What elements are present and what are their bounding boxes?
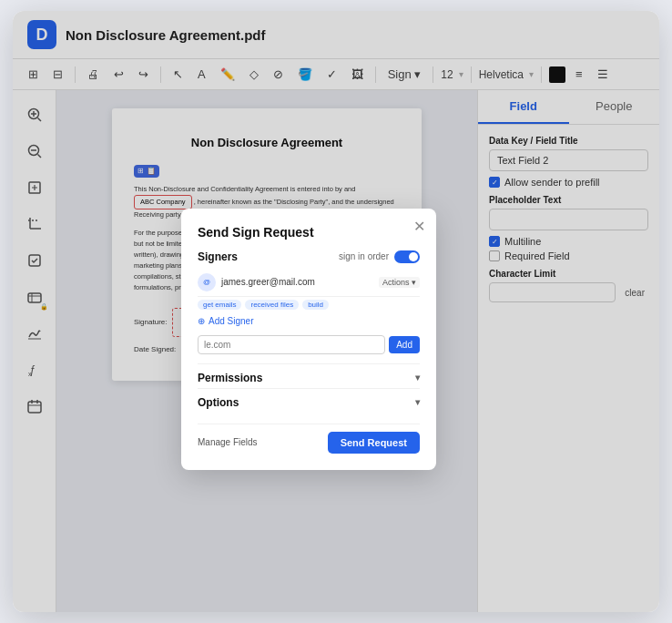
- permissions-label: Permissions: [198, 372, 262, 384]
- signer-email: james.greer@mail.com: [221, 277, 373, 287]
- manage-fields-btn[interactable]: Manage Fields: [198, 437, 258, 447]
- signer-avatar: @: [198, 273, 216, 291]
- dialog-overlay: Send Sign Request ✕ Signers sign in orde…: [13, 11, 659, 612]
- send-request-btn[interactable]: Send Request: [328, 432, 420, 454]
- email-add-btn[interactable]: Add: [389, 336, 420, 353]
- dialog-close-btn[interactable]: ✕: [413, 218, 425, 235]
- options-section: Options ▾: [198, 388, 420, 413]
- signer-tag-1: received files: [245, 300, 299, 310]
- signers-top-row: Signers sign in order: [198, 250, 420, 263]
- options-chevron: ▾: [415, 397, 420, 407]
- signers-label: Signers: [198, 250, 238, 263]
- send-sign-dialog: Send Sign Request ✕ Signers sign in orde…: [181, 209, 436, 470]
- signer-tag-0: get emails: [198, 300, 241, 310]
- add-signer-label: Add Signer: [209, 316, 253, 326]
- permissions-header[interactable]: Permissions ▾: [198, 372, 420, 384]
- add-signer-icon: ⊕: [198, 316, 205, 326]
- permissions-chevron: ▾: [415, 373, 420, 383]
- email-add-input[interactable]: [198, 335, 385, 354]
- add-signer-btn[interactable]: ⊕ Add Signer: [198, 312, 253, 330]
- email-add-row: Add: [198, 335, 420, 354]
- options-label: Options: [198, 396, 239, 409]
- signer-tags: get emails received files build: [198, 297, 420, 312]
- signer-tag-2: build: [302, 300, 329, 310]
- signer-row: @ james.greer@mail.com Actions ▾: [198, 269, 420, 297]
- app-window: D Non Disclosure Agreement.pdf ⊞ ⊟ 🖨 ↩ ↪…: [13, 11, 659, 612]
- dialog-footer: Manage Fields Send Request: [198, 424, 420, 454]
- signer-role[interactable]: Actions ▾: [379, 277, 420, 288]
- sign-in-order-toggle[interactable]: [394, 250, 420, 263]
- signers-section: Signers sign in order @ james.greer@mail…: [198, 250, 420, 354]
- dialog-title: Send Sign Request: [198, 225, 420, 240]
- sign-in-order-label: sign in order: [339, 251, 389, 261]
- permissions-section: Permissions ▾: [198, 363, 420, 388]
- options-header[interactable]: Options ▾: [198, 396, 420, 409]
- sign-in-order-row: sign in order: [339, 250, 420, 263]
